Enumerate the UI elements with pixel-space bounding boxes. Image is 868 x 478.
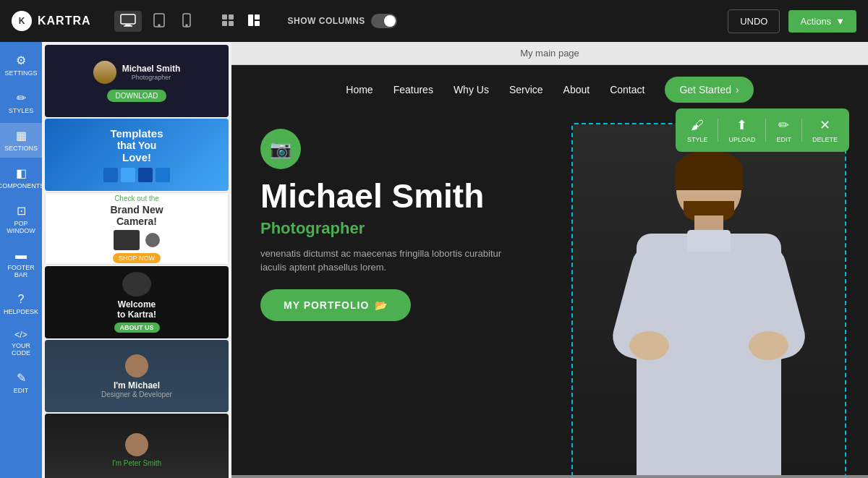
edit-tool-button[interactable]: ✏ EDIT bbox=[767, 113, 800, 148]
hero-icon: 📷 bbox=[260, 129, 301, 169]
grid-controls bbox=[217, 11, 265, 32]
template-panel: Michael Smith Photographer DOWNLOAD Temp… bbox=[42, 42, 231, 478]
sidebar-item-pop-window[interactable]: ⊡ POP WINDOW bbox=[0, 198, 42, 240]
upload-icon: ⬆ bbox=[736, 117, 747, 133]
chevron-down-icon: ▼ bbox=[835, 16, 845, 27]
nav-link-about[interactable]: About bbox=[563, 84, 590, 95]
svg-rect-7 bbox=[222, 14, 227, 20]
sidebar-item-edit[interactable]: ✎ EDIT bbox=[0, 365, 42, 400]
template-card-michael[interactable]: I'm Michael Designer & Developer bbox=[45, 340, 229, 412]
sidebar-item-styles[interactable]: ✏ STYLES bbox=[0, 85, 42, 120]
svg-rect-10 bbox=[229, 21, 234, 26]
logo-area: K KARTRA bbox=[12, 11, 91, 31]
svg-rect-13 bbox=[255, 21, 260, 26]
toolbar-divider-3 bbox=[801, 119, 802, 142]
arrow-right-icon: › bbox=[736, 84, 739, 95]
components-icon: ◧ bbox=[16, 166, 27, 180]
floating-toolbar: 🖌 STYLE ⬆ UPLOAD ✏ EDIT ✕ DELETE bbox=[676, 108, 849, 152]
tablet-view-button[interactable] bbox=[148, 10, 171, 33]
svg-rect-0 bbox=[121, 14, 135, 24]
gear-icon: ⚙ bbox=[16, 54, 26, 67]
delete-x-icon: ✕ bbox=[820, 117, 830, 133]
svg-point-6 bbox=[186, 25, 187, 26]
device-switcher bbox=[114, 10, 197, 33]
sidebar-item-footer-bar[interactable]: ▬ FOOTER BAR bbox=[0, 243, 42, 284]
portfolio-button[interactable]: MY PORTFOLIO 📂 bbox=[260, 289, 411, 321]
template-card-peter[interactable]: I'm Peter Smith bbox=[45, 414, 229, 478]
selected-image-region[interactable] bbox=[571, 123, 846, 475]
topbar: K KARTRA bbox=[0, 0, 868, 42]
undo-button[interactable]: UNDO bbox=[728, 9, 780, 33]
sidebar-item-sections[interactable]: ▦ SECTIONS bbox=[0, 123, 42, 158]
nav-link-service[interactable]: Service bbox=[509, 84, 543, 95]
svg-rect-8 bbox=[229, 14, 234, 20]
paintbrush-icon: 🖌 bbox=[691, 118, 704, 133]
sidebar-item-helpdesk[interactable]: ? HELPDESK bbox=[0, 287, 42, 321]
toolbar-divider-1 bbox=[718, 119, 718, 142]
sidebar-item-your-code[interactable]: </> YOUR CODE bbox=[0, 324, 42, 362]
logo-text: KARTRA bbox=[38, 14, 91, 27]
sections-icon: ▦ bbox=[16, 129, 27, 142]
mobile-view-button[interactable] bbox=[176, 10, 197, 33]
template-cta-btn: DOWNLOAD bbox=[107, 90, 167, 102]
nav-link-contact[interactable]: Contact bbox=[610, 84, 644, 95]
logo-icon: K bbox=[12, 11, 32, 31]
show-columns-toggle[interactable] bbox=[371, 14, 397, 28]
template-card-camera[interactable]: Check out the Brand New Camera! SHOP NOW bbox=[45, 192, 229, 265]
nav-link-home[interactable]: Home bbox=[346, 84, 373, 95]
canvas-area: My main page Home Features Why Us Servic… bbox=[231, 42, 868, 478]
nav-link-why-us[interactable]: Why Us bbox=[454, 84, 489, 95]
person-photo bbox=[573, 124, 845, 475]
camera-icon: 📷 bbox=[270, 139, 292, 159]
svg-rect-9 bbox=[222, 21, 227, 26]
desktop-view-button[interactable] bbox=[114, 11, 142, 32]
svg-rect-12 bbox=[255, 14, 260, 20]
svg-point-4 bbox=[158, 25, 160, 26]
folder-icon: 📂 bbox=[375, 299, 388, 311]
preview-nav: Home Features Why Us Service About Conta… bbox=[231, 65, 868, 114]
hero-description: venenatis dictumst ac maecenas fringilla… bbox=[260, 247, 506, 275]
edit-pencil-icon: ✏ bbox=[778, 117, 789, 133]
website-preview: Home Features Why Us Service About Conta… bbox=[231, 65, 868, 475]
layout-view-button[interactable] bbox=[243, 11, 265, 32]
sidebar-item-components[interactable]: ◧ COMPONENTS bbox=[0, 161, 42, 195]
style-tool-button[interactable]: 🖌 STYLE bbox=[678, 114, 717, 148]
left-sidebar: ⚙ SETTINGS ✏ STYLES ▦ SECTIONS ◧ COMPONE… bbox=[0, 42, 42, 478]
toggle-knob bbox=[384, 15, 396, 27]
show-columns-control: SHOW COLUMNS bbox=[288, 14, 397, 28]
upload-tool-button[interactable]: ⬆ UPLOAD bbox=[720, 113, 764, 148]
nav-link-features[interactable]: Features bbox=[393, 84, 433, 95]
actions-button[interactable]: Actions ▼ bbox=[788, 10, 856, 33]
styles-icon: ✏ bbox=[17, 91, 26, 105]
template-card-kartra[interactable]: Welcome to Kartra! ABOUT US bbox=[45, 266, 229, 338]
template-card-photographer[interactable]: Michael Smith Photographer DOWNLOAD bbox=[45, 45, 229, 117]
edit-icon: ✎ bbox=[17, 371, 26, 385]
popup-icon: ⊡ bbox=[17, 204, 26, 218]
code-icon: </> bbox=[14, 330, 27, 340]
delete-tool-button[interactable]: ✕ DELETE bbox=[804, 113, 846, 148]
template-card-templates[interactable]: Templates that You Love! bbox=[45, 119, 229, 191]
help-icon: ? bbox=[18, 293, 25, 306]
toolbar-divider-2 bbox=[765, 119, 766, 142]
main-layout: ⚙ SETTINGS ✏ STYLES ▦ SECTIONS ◧ COMPONE… bbox=[0, 42, 868, 478]
grid-view-button[interactable] bbox=[217, 11, 239, 32]
show-columns-label: SHOW COLUMNS bbox=[288, 16, 365, 26]
sidebar-item-settings[interactable]: ⚙ SETTINGS bbox=[0, 48, 42, 82]
nav-cta-button[interactable]: Get Started › bbox=[665, 77, 753, 103]
footer-icon: ▬ bbox=[15, 249, 27, 262]
page-tab[interactable]: My main page bbox=[231, 42, 868, 65]
svg-rect-11 bbox=[248, 14, 253, 26]
